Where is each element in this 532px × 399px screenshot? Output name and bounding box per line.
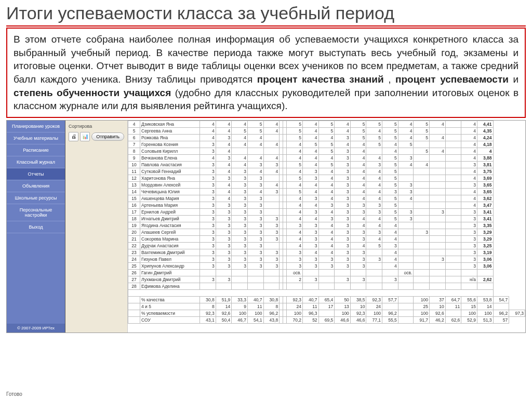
table-row: 7Горенкова Ксения344444554454544,18 bbox=[128, 141, 525, 148]
grades-table: 4Дзиковская Яна44454545455545444,415Серг… bbox=[128, 121, 525, 324]
table-row: 17Ернилов Андрей333343433353333,41 bbox=[128, 208, 525, 215]
summary-row: % успеваемости92,392,610010096,210096,31… bbox=[128, 310, 525, 316]
table-row: 23Вахтемиков Дмитрий3333334433433,19 bbox=[128, 249, 525, 256]
table-row: 9Вечканова Елена434444443445343,88 bbox=[128, 154, 525, 161]
table-row: 11Сутковой Геннадий34344434344543,75 bbox=[128, 168, 525, 175]
summary-row: 4 и 581491182411171310242510111514 bbox=[128, 303, 525, 310]
table-row: 16Артеньева Мария3333443333543,47 bbox=[128, 202, 525, 208]
sidebar-item[interactable]: Выход bbox=[7, 221, 65, 233]
table-row: 25Хрипунов Александр3333333333433,06 bbox=[128, 262, 525, 269]
copyright: © 2007-2009 ИРТех bbox=[7, 324, 65, 332]
sidebar: Планирование уроковУчебные материалыРасп… bbox=[7, 121, 65, 332]
table-row: 13Мордовин Алексей343344443445333,65 bbox=[128, 181, 525, 188]
tool-pane: Сортирова 🖨 📊 Отправить bbox=[65, 121, 128, 332]
desc-bold-1: процент качества знаний bbox=[257, 74, 384, 85]
desc-sep-1: , bbox=[388, 74, 395, 85]
table-row: 26Гагин Дмитрийосв.осв. bbox=[128, 269, 525, 276]
sidebar-item[interactable]: Классный журнал bbox=[7, 156, 65, 168]
table-row: 27Лухманов Дмитрий3323333н/а2,62 bbox=[128, 276, 525, 283]
desc-sep-2: и bbox=[513, 74, 518, 85]
app-screenshot: Планирование уроковУчебные материалыРасп… bbox=[6, 120, 526, 333]
sidebar-item[interactable]: Школьные ресурсы bbox=[7, 192, 65, 204]
toolbar: 🖨 📊 Отправить bbox=[69, 132, 124, 141]
table-row: 22Дудчак Анастасия3333434345333,25 bbox=[128, 242, 525, 249]
sidebar-item[interactable]: Персональные настройки bbox=[7, 204, 65, 221]
table-row: 6Рожкова Яна4344544355545444,24 bbox=[128, 134, 525, 141]
table-row: 4Дзиковская Яна44454545455545444,41 bbox=[128, 121, 525, 127]
table-row: 10Павлова Анастасия3443354534354433,81 bbox=[128, 161, 525, 168]
sidebar-item[interactable]: Расписание bbox=[7, 144, 65, 156]
sidebar-item[interactable]: Отчеты bbox=[7, 168, 65, 180]
description-box: В этом отчете собрана наиболее полная ин… bbox=[6, 28, 526, 118]
table-row: 28Ефимова Аделина bbox=[128, 283, 525, 289]
table-row: 21Сокорева Марина33333434334433,29 bbox=[128, 235, 525, 242]
table-row: 12Харитонова Яна3333534344543,69 bbox=[128, 175, 525, 181]
sidebar-item[interactable]: Объявления bbox=[7, 180, 65, 192]
table-row: 5Сергеева Анна4455454545454544,35 bbox=[128, 127, 525, 134]
table-row: 19Ягодина Анастасия33333334344433,35 bbox=[128, 222, 525, 229]
status-bar: Готово bbox=[6, 391, 22, 397]
table-row: 14Чечевицына Юлия343435443443343,65 bbox=[128, 188, 525, 195]
sort-label: Сортирова bbox=[69, 124, 124, 129]
print-icon[interactable]: 🖨 bbox=[69, 132, 78, 141]
grades-table-wrap[interactable]: 4Дзиковская Яна44454545455545444,415Серг… bbox=[128, 121, 525, 332]
desc-bold-2: процент успеваемости bbox=[395, 74, 509, 85]
table-row: 15Акшенцева Мария34334343445443,62 bbox=[128, 195, 525, 202]
table-row: 24Гизунов Павел333333333334333,06 bbox=[128, 256, 525, 262]
desc-bold-3: степень обученности учащихся bbox=[14, 87, 171, 98]
table-row: 18Игнатьев Дмитрий333334433445333,41 bbox=[128, 215, 525, 222]
table-row: 20Апашеев Сергей333334343334333,29 bbox=[128, 229, 525, 235]
summary-row: СОУ43,150,446,754,143,870,25269,546,646,… bbox=[128, 316, 525, 323]
summary-row: % качества30,851,933,340,730,892,340,765… bbox=[128, 296, 525, 303]
sidebar-item[interactable]: Планирование уроков bbox=[7, 121, 65, 132]
page-title: Итоги успеваемости класса за учебный пер… bbox=[6, 3, 526, 26]
table-row: 8Соловьев Кирилл344453445444 bbox=[128, 148, 525, 154]
send-button[interactable]: Отправить bbox=[91, 132, 124, 141]
sidebar-item[interactable]: Учебные материалы bbox=[7, 132, 65, 144]
excel-icon[interactable]: 📊 bbox=[80, 132, 90, 141]
